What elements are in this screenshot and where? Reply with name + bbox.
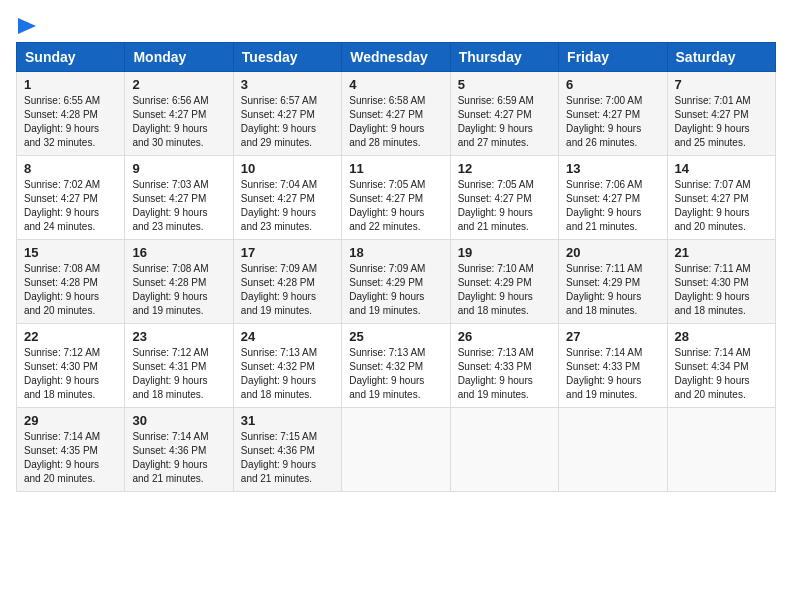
cell-content: Sunrise: 7:00 AMSunset: 4:27 PMDaylight:… — [566, 94, 659, 150]
day-number: 6 — [566, 77, 659, 92]
cell-content: Sunrise: 7:12 AMSunset: 4:31 PMDaylight:… — [132, 346, 225, 402]
cell-content: Sunrise: 7:13 AMSunset: 4:32 PMDaylight:… — [241, 346, 334, 402]
cell-content: Sunrise: 7:09 AMSunset: 4:29 PMDaylight:… — [349, 262, 442, 318]
calendar-cell: 8 Sunrise: 7:02 AMSunset: 4:27 PMDayligh… — [17, 156, 125, 240]
calendar-cell: 12 Sunrise: 7:05 AMSunset: 4:27 PMDaylig… — [450, 156, 558, 240]
day-number: 22 — [24, 329, 117, 344]
calendar-cell: 30 Sunrise: 7:14 AMSunset: 4:36 PMDaylig… — [125, 408, 233, 492]
cell-content: Sunrise: 6:58 AMSunset: 4:27 PMDaylight:… — [349, 94, 442, 150]
cell-content: Sunrise: 7:14 AMSunset: 4:35 PMDaylight:… — [24, 430, 117, 486]
cell-content: Sunrise: 7:14 AMSunset: 4:33 PMDaylight:… — [566, 346, 659, 402]
day-number: 20 — [566, 245, 659, 260]
calendar-cell: 17 Sunrise: 7:09 AMSunset: 4:28 PMDaylig… — [233, 240, 341, 324]
calendar-cell: 28 Sunrise: 7:14 AMSunset: 4:34 PMDaylig… — [667, 324, 775, 408]
day-number: 21 — [675, 245, 768, 260]
cell-content: Sunrise: 7:05 AMSunset: 4:27 PMDaylight:… — [349, 178, 442, 234]
day-number: 24 — [241, 329, 334, 344]
day-number: 17 — [241, 245, 334, 260]
day-number: 28 — [675, 329, 768, 344]
calendar-cell: 11 Sunrise: 7:05 AMSunset: 4:27 PMDaylig… — [342, 156, 450, 240]
day-number: 19 — [458, 245, 551, 260]
col-header-saturday: Saturday — [667, 43, 775, 72]
col-header-sunday: Sunday — [17, 43, 125, 72]
calendar-cell: 5 Sunrise: 6:59 AMSunset: 4:27 PMDayligh… — [450, 72, 558, 156]
col-header-friday: Friday — [559, 43, 667, 72]
calendar-cell — [559, 408, 667, 492]
calendar-cell: 26 Sunrise: 7:13 AMSunset: 4:33 PMDaylig… — [450, 324, 558, 408]
cell-content: Sunrise: 7:07 AMSunset: 4:27 PMDaylight:… — [675, 178, 768, 234]
cell-content: Sunrise: 7:08 AMSunset: 4:28 PMDaylight:… — [132, 262, 225, 318]
calendar-week-row: 15 Sunrise: 7:08 AMSunset: 4:28 PMDaylig… — [17, 240, 776, 324]
calendar-week-row: 22 Sunrise: 7:12 AMSunset: 4:30 PMDaylig… — [17, 324, 776, 408]
calendar-cell: 18 Sunrise: 7:09 AMSunset: 4:29 PMDaylig… — [342, 240, 450, 324]
day-number: 5 — [458, 77, 551, 92]
cell-content: Sunrise: 6:57 AMSunset: 4:27 PMDaylight:… — [241, 94, 334, 150]
day-number: 2 — [132, 77, 225, 92]
cell-content: Sunrise: 7:15 AMSunset: 4:36 PMDaylight:… — [241, 430, 334, 486]
cell-content: Sunrise: 7:11 AMSunset: 4:30 PMDaylight:… — [675, 262, 768, 318]
calendar-cell: 31 Sunrise: 7:15 AMSunset: 4:36 PMDaylig… — [233, 408, 341, 492]
day-number: 27 — [566, 329, 659, 344]
cell-content: Sunrise: 7:14 AMSunset: 4:36 PMDaylight:… — [132, 430, 225, 486]
day-number: 3 — [241, 77, 334, 92]
calendar-header-row: SundayMondayTuesdayWednesdayThursdayFrid… — [17, 43, 776, 72]
logo-arrow-icon — [18, 16, 38, 36]
calendar-cell — [450, 408, 558, 492]
day-number: 30 — [132, 413, 225, 428]
calendar-cell: 4 Sunrise: 6:58 AMSunset: 4:27 PMDayligh… — [342, 72, 450, 156]
cell-content: Sunrise: 7:13 AMSunset: 4:33 PMDaylight:… — [458, 346, 551, 402]
calendar-cell: 23 Sunrise: 7:12 AMSunset: 4:31 PMDaylig… — [125, 324, 233, 408]
cell-content: Sunrise: 7:08 AMSunset: 4:28 PMDaylight:… — [24, 262, 117, 318]
svg-marker-0 — [18, 18, 36, 34]
calendar-cell: 15 Sunrise: 7:08 AMSunset: 4:28 PMDaylig… — [17, 240, 125, 324]
calendar-cell: 6 Sunrise: 7:00 AMSunset: 4:27 PMDayligh… — [559, 72, 667, 156]
cell-content: Sunrise: 7:11 AMSunset: 4:29 PMDaylight:… — [566, 262, 659, 318]
day-number: 31 — [241, 413, 334, 428]
day-number: 29 — [24, 413, 117, 428]
cell-content: Sunrise: 7:14 AMSunset: 4:34 PMDaylight:… — [675, 346, 768, 402]
calendar-cell: 14 Sunrise: 7:07 AMSunset: 4:27 PMDaylig… — [667, 156, 775, 240]
day-number: 25 — [349, 329, 442, 344]
calendar-cell: 22 Sunrise: 7:12 AMSunset: 4:30 PMDaylig… — [17, 324, 125, 408]
calendar-cell: 9 Sunrise: 7:03 AMSunset: 4:27 PMDayligh… — [125, 156, 233, 240]
cell-content: Sunrise: 6:59 AMSunset: 4:27 PMDaylight:… — [458, 94, 551, 150]
cell-content: Sunrise: 7:12 AMSunset: 4:30 PMDaylight:… — [24, 346, 117, 402]
calendar-cell: 29 Sunrise: 7:14 AMSunset: 4:35 PMDaylig… — [17, 408, 125, 492]
cell-content: Sunrise: 7:02 AMSunset: 4:27 PMDaylight:… — [24, 178, 117, 234]
calendar-cell: 19 Sunrise: 7:10 AMSunset: 4:29 PMDaylig… — [450, 240, 558, 324]
col-header-tuesday: Tuesday — [233, 43, 341, 72]
day-number: 23 — [132, 329, 225, 344]
calendar-cell: 13 Sunrise: 7:06 AMSunset: 4:27 PMDaylig… — [559, 156, 667, 240]
logo — [16, 16, 38, 34]
day-number: 8 — [24, 161, 117, 176]
cell-content: Sunrise: 7:04 AMSunset: 4:27 PMDaylight:… — [241, 178, 334, 234]
cell-content: Sunrise: 7:09 AMSunset: 4:28 PMDaylight:… — [241, 262, 334, 318]
day-number: 12 — [458, 161, 551, 176]
calendar-table: SundayMondayTuesdayWednesdayThursdayFrid… — [16, 42, 776, 492]
calendar-week-row: 29 Sunrise: 7:14 AMSunset: 4:35 PMDaylig… — [17, 408, 776, 492]
calendar-cell: 21 Sunrise: 7:11 AMSunset: 4:30 PMDaylig… — [667, 240, 775, 324]
cell-content: Sunrise: 7:13 AMSunset: 4:32 PMDaylight:… — [349, 346, 442, 402]
col-header-thursday: Thursday — [450, 43, 558, 72]
calendar-cell: 1 Sunrise: 6:55 AMSunset: 4:28 PMDayligh… — [17, 72, 125, 156]
cell-content: Sunrise: 6:56 AMSunset: 4:27 PMDaylight:… — [132, 94, 225, 150]
calendar-cell: 25 Sunrise: 7:13 AMSunset: 4:32 PMDaylig… — [342, 324, 450, 408]
calendar-cell: 2 Sunrise: 6:56 AMSunset: 4:27 PMDayligh… — [125, 72, 233, 156]
cell-content: Sunrise: 7:05 AMSunset: 4:27 PMDaylight:… — [458, 178, 551, 234]
calendar-cell: 24 Sunrise: 7:13 AMSunset: 4:32 PMDaylig… — [233, 324, 341, 408]
page-header — [16, 16, 776, 34]
day-number: 14 — [675, 161, 768, 176]
day-number: 7 — [675, 77, 768, 92]
calendar-cell — [667, 408, 775, 492]
day-number: 11 — [349, 161, 442, 176]
day-number: 16 — [132, 245, 225, 260]
day-number: 13 — [566, 161, 659, 176]
calendar-cell: 3 Sunrise: 6:57 AMSunset: 4:27 PMDayligh… — [233, 72, 341, 156]
day-number: 9 — [132, 161, 225, 176]
calendar-cell: 16 Sunrise: 7:08 AMSunset: 4:28 PMDaylig… — [125, 240, 233, 324]
calendar-cell — [342, 408, 450, 492]
day-number: 4 — [349, 77, 442, 92]
cell-content: Sunrise: 7:06 AMSunset: 4:27 PMDaylight:… — [566, 178, 659, 234]
day-number: 26 — [458, 329, 551, 344]
calendar-cell: 10 Sunrise: 7:04 AMSunset: 4:27 PMDaylig… — [233, 156, 341, 240]
